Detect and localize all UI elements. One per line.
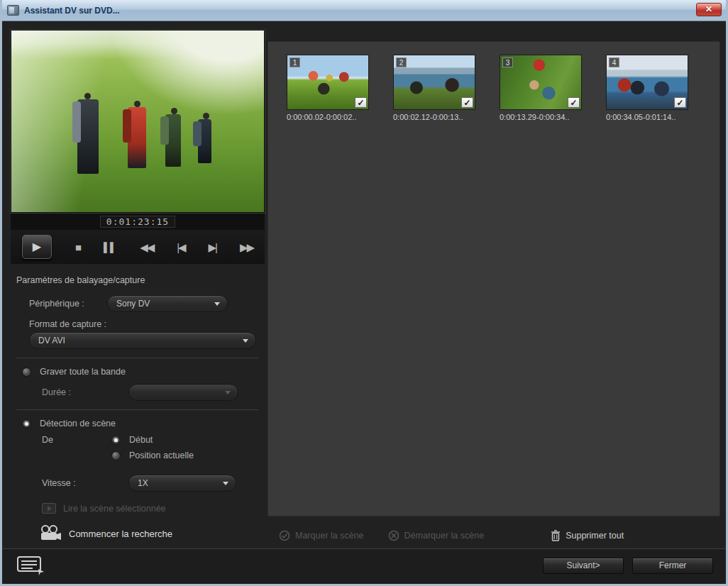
format-label: Format de capture :	[29, 319, 106, 329]
from-begin-radio[interactable]	[111, 436, 121, 445]
previous-frame-button[interactable]: |◀	[177, 242, 184, 253]
divider	[16, 358, 259, 358]
pause-button[interactable]: ▌▌	[104, 243, 116, 252]
device-value: Sony DV	[116, 299, 150, 309]
mark-scene-button: Marquer la scène	[279, 530, 364, 541]
duration-label: Durée :	[42, 387, 128, 397]
speed-value: 1X	[138, 478, 148, 488]
scene-time-range: 0:00:13.29-0:00:34..	[500, 113, 582, 121]
transport-controls: ▶ ■ ▌▌ ◀◀ |◀ ▶| ▶▶	[11, 230, 265, 264]
hiker-figure	[198, 119, 211, 163]
play-selected-scene-option: Lire la scène sélectionnée	[42, 503, 265, 514]
play-scene-icon	[42, 503, 56, 514]
scene-thumbnail-2[interactable]: 2 ✓ 0:00:02.12-0:00:13..	[393, 55, 475, 121]
mark-scene-label: Marquer la scène	[295, 531, 364, 541]
mark-scene-icon	[279, 530, 290, 541]
trash-icon	[551, 530, 561, 541]
from-label: De	[42, 435, 53, 466]
scene-thumbnail-4[interactable]: 4 ✓ 0:00:34.05-0:01:14..	[606, 55, 688, 121]
settings-section-title: Paramètres de balayage/capture	[16, 275, 265, 285]
timecode-bar: 0:01:23:15	[11, 214, 265, 230]
scene-image: 2 ✓	[393, 55, 475, 110]
device-label: Périphérique :	[29, 299, 107, 309]
video-preview	[11, 30, 265, 213]
scene-time-range: 0:00:00.02-0:00:02..	[287, 113, 369, 121]
speed-dropdown[interactable]: 1X	[128, 475, 236, 492]
unmark-scene-icon	[388, 530, 399, 541]
scene-image: 4 ✓	[606, 55, 688, 110]
next-button[interactable]: Suivant>	[543, 558, 624, 574]
capture-settings-panel: Paramètres de balayage/capture Périphéri…	[11, 268, 265, 542]
scene-checkbox[interactable]: ✓	[355, 97, 367, 108]
list-menu-icon	[15, 553, 48, 576]
delete-all-button[interactable]: Supprimer tout	[551, 530, 624, 541]
scene-number-badge: 4	[609, 57, 619, 67]
format-value: DV AVI	[38, 336, 65, 345]
fast-forward-button[interactable]: ▶▶	[240, 242, 253, 253]
scene-time-range: 0:00:34.05-0:01:14..	[606, 113, 688, 121]
device-dropdown[interactable]: Sony DV	[107, 295, 228, 312]
close-icon[interactable]: ✕	[696, 3, 722, 16]
delete-all-label: Supprimer tout	[566, 531, 624, 541]
scene-thumbnail-3[interactable]: 3 ✓ 0:00:13.29-0:00:34..	[500, 55, 582, 121]
duration-dropdown	[128, 384, 238, 401]
scene-image: 1 ✓	[287, 55, 369, 110]
scene-number-badge: 2	[396, 57, 407, 67]
dv-to-dvd-wizard-window: Assistant DV sur DVD... ✕ 0:01:23:15 ▶ ■…	[0, 0, 728, 586]
stop-button[interactable]: ■	[75, 242, 80, 253]
unmark-scene-button: Démarquer la scène	[388, 530, 485, 541]
scene-detection-radio[interactable]	[22, 419, 31, 429]
speed-label: Vitesse :	[42, 478, 128, 488]
window-title: Assistant DV sur DVD...	[24, 6, 120, 16]
scene-number-badge: 3	[502, 57, 513, 67]
scene-detection-label: Détection de scène	[40, 419, 116, 429]
options-menu-button[interactable]	[15, 553, 48, 576]
from-current-position-label: Position actuelle	[129, 450, 194, 460]
camcorder-icon	[39, 525, 62, 542]
play-selected-scene-label: Lire la scène sélectionnée	[63, 504, 166, 514]
capture-format-dropdown[interactable]: DV AVI	[29, 332, 256, 349]
scene-thumbnail-1[interactable]: 1 ✓ 0:00:00.02-0:00:02..	[287, 55, 369, 121]
scene-checkbox[interactable]: ✓	[674, 97, 686, 108]
chevron-down-icon	[223, 482, 228, 485]
scene-actions-bar: Marquer la scène Démarquer la scène Supp…	[268, 526, 722, 545]
divider	[16, 409, 259, 410]
scene-image: 3 ✓	[500, 55, 582, 110]
burn-entire-tape-radio[interactable]	[22, 367, 31, 377]
hiker-figure	[128, 107, 146, 168]
scene-checkbox[interactable]: ✓	[568, 97, 580, 108]
from-current-position-radio[interactable]	[111, 451, 121, 460]
chevron-down-icon	[214, 302, 220, 306]
scene-number-badge: 1	[289, 57, 300, 67]
play-button[interactable]: ▶	[22, 235, 52, 259]
hiker-figure	[165, 114, 181, 167]
hiker-figure	[77, 99, 99, 174]
scene-time-range: 0:00:02.12-0:00:13..	[393, 113, 475, 121]
burn-entire-tape-label: Graver toute la bande	[40, 367, 126, 377]
footer-bar: Suivant> Fermer	[2, 549, 726, 584]
rewind-button[interactable]: ◀◀	[140, 242, 153, 253]
unmark-scene-label: Démarquer la scène	[404, 531, 485, 541]
close-dialog-button[interactable]: Fermer	[632, 558, 713, 574]
start-scan-label: Commencer la recherche	[69, 529, 172, 539]
scene-checkbox[interactable]: ✓	[461, 97, 473, 108]
next-frame-button[interactable]: ▶|	[209, 242, 216, 253]
title-bar[interactable]: Assistant DV sur DVD... ✕	[0, 0, 728, 21]
scene-list-panel: 1 ✓ 0:00:00.02-0:00:02.. 2 ✓ 0:00:02.12-…	[268, 41, 720, 516]
chevron-down-icon	[225, 391, 231, 394]
app-icon	[7, 5, 19, 16]
timecode-display[interactable]: 0:01:23:15	[100, 216, 175, 228]
chevron-down-icon	[243, 339, 248, 343]
preview-hill	[108, 30, 265, 116]
from-begin-label: Début	[129, 435, 153, 445]
start-scan-button[interactable]: Commencer la recherche	[39, 525, 265, 542]
